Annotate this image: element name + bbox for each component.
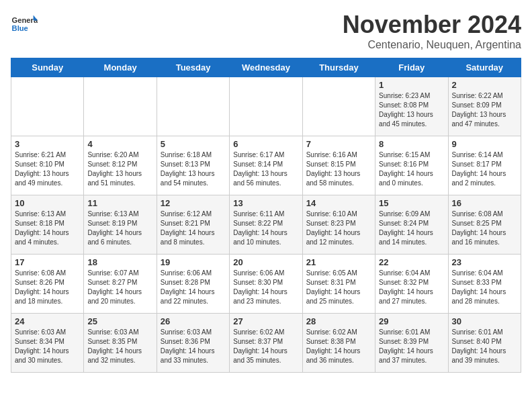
day-number: 7 xyxy=(306,139,371,149)
day-cell: 23Sunrise: 6:04 AM Sunset: 8:33 PM Dayli… xyxy=(448,255,521,314)
day-info: Sunrise: 6:10 AM Sunset: 8:23 PM Dayligh… xyxy=(306,210,371,247)
day-info: Sunrise: 6:05 AM Sunset: 8:31 PM Dayligh… xyxy=(306,269,371,306)
day-cell: 10Sunrise: 6:13 AM Sunset: 8:18 PM Dayli… xyxy=(11,195,84,255)
week-row-3: 10Sunrise: 6:13 AM Sunset: 8:18 PM Dayli… xyxy=(11,195,521,255)
day-cell: 13Sunrise: 6:11 AM Sunset: 8:22 PM Dayli… xyxy=(230,195,302,255)
day-number: 13 xyxy=(233,198,298,208)
day-info: Sunrise: 6:09 AM Sunset: 8:24 PM Dayligh… xyxy=(379,210,444,247)
day-info: Sunrise: 6:18 AM Sunset: 8:13 PM Dayligh… xyxy=(161,150,226,188)
day-cell xyxy=(302,77,375,136)
day-cell: 21Sunrise: 6:05 AM Sunset: 8:31 PM Dayli… xyxy=(302,255,375,314)
day-info: Sunrise: 6:03 AM Sunset: 8:35 PM Dayligh… xyxy=(87,328,152,365)
day-number: 6 xyxy=(233,139,298,149)
day-cell: 30Sunrise: 6:01 AM Sunset: 8:40 PM Dayli… xyxy=(448,314,521,373)
logo: General Blue xyxy=(11,11,38,38)
day-cell xyxy=(84,77,157,136)
day-number: 9 xyxy=(452,139,517,149)
day-cell: 12Sunrise: 6:12 AM Sunset: 8:21 PM Dayli… xyxy=(157,195,229,255)
day-number: 18 xyxy=(87,257,152,267)
day-cell: 6Sunrise: 6:17 AM Sunset: 8:14 PM Daylig… xyxy=(230,136,302,195)
day-cell: 4Sunrise: 6:20 AM Sunset: 8:12 PM Daylig… xyxy=(84,136,157,195)
day-number: 8 xyxy=(379,139,444,149)
day-number: 14 xyxy=(306,198,371,208)
day-cell: 1Sunrise: 6:23 AM Sunset: 8:08 PM Daylig… xyxy=(375,77,448,136)
day-number: 16 xyxy=(452,198,517,208)
day-cell: 28Sunrise: 6:02 AM Sunset: 8:38 PM Dayli… xyxy=(302,314,375,373)
day-cell: 3Sunrise: 6:21 AM Sunset: 8:10 PM Daylig… xyxy=(11,136,84,195)
day-info: Sunrise: 6:21 AM Sunset: 8:10 PM Dayligh… xyxy=(15,150,80,188)
day-info: Sunrise: 6:13 AM Sunset: 8:18 PM Dayligh… xyxy=(15,210,80,247)
title-block: November 2024 Centenario, Neuquen, Argen… xyxy=(343,11,521,51)
day-cell: 24Sunrise: 6:03 AM Sunset: 8:34 PM Dayli… xyxy=(11,314,84,373)
day-info: Sunrise: 6:06 AM Sunset: 8:28 PM Dayligh… xyxy=(161,269,226,306)
week-row-2: 3Sunrise: 6:21 AM Sunset: 8:10 PM Daylig… xyxy=(11,136,521,195)
day-number: 28 xyxy=(306,316,371,326)
day-number: 5 xyxy=(161,139,226,149)
day-info: Sunrise: 6:02 AM Sunset: 8:37 PM Dayligh… xyxy=(233,328,298,365)
day-cell xyxy=(230,77,302,136)
day-number: 29 xyxy=(379,316,444,326)
day-cell: 8Sunrise: 6:15 AM Sunset: 8:16 PM Daylig… xyxy=(375,136,448,195)
day-number: 24 xyxy=(15,316,80,326)
day-info: Sunrise: 6:13 AM Sunset: 8:19 PM Dayligh… xyxy=(87,210,152,247)
day-number: 27 xyxy=(233,316,298,326)
day-cell xyxy=(157,77,229,136)
day-header-friday: Friday xyxy=(375,58,448,77)
day-cell: 14Sunrise: 6:10 AM Sunset: 8:23 PM Dayli… xyxy=(302,195,375,255)
day-header-tuesday: Tuesday xyxy=(157,58,229,77)
day-number: 1 xyxy=(379,80,444,90)
day-cell: 19Sunrise: 6:06 AM Sunset: 8:28 PM Dayli… xyxy=(157,255,229,314)
month-title: November 2024 xyxy=(343,11,521,39)
day-info: Sunrise: 6:03 AM Sunset: 8:36 PM Dayligh… xyxy=(161,328,226,365)
day-info: Sunrise: 6:04 AM Sunset: 8:33 PM Dayligh… xyxy=(452,269,517,306)
day-header-wednesday: Wednesday xyxy=(230,58,302,77)
day-cell: 16Sunrise: 6:08 AM Sunset: 8:25 PM Dayli… xyxy=(448,195,521,255)
day-number: 2 xyxy=(452,80,517,90)
week-row-5: 24Sunrise: 6:03 AM Sunset: 8:34 PM Dayli… xyxy=(11,314,521,373)
day-cell: 2Sunrise: 6:22 AM Sunset: 8:09 PM Daylig… xyxy=(448,77,521,136)
day-cell: 15Sunrise: 6:09 AM Sunset: 8:24 PM Dayli… xyxy=(375,195,448,255)
day-cell: 20Sunrise: 6:06 AM Sunset: 8:30 PM Dayli… xyxy=(230,255,302,314)
day-number: 21 xyxy=(306,257,371,267)
week-row-1: 1Sunrise: 6:23 AM Sunset: 8:08 PM Daylig… xyxy=(11,77,521,136)
week-row-4: 17Sunrise: 6:08 AM Sunset: 8:26 PM Dayli… xyxy=(11,255,521,314)
day-number: 20 xyxy=(233,257,298,267)
day-cell: 26Sunrise: 6:03 AM Sunset: 8:36 PM Dayli… xyxy=(157,314,229,373)
day-info: Sunrise: 6:06 AM Sunset: 8:30 PM Dayligh… xyxy=(233,269,298,306)
days-header-row: SundayMondayTuesdayWednesdayThursdayFrid… xyxy=(11,58,521,77)
day-header-saturday: Saturday xyxy=(448,58,521,77)
day-number: 22 xyxy=(379,257,444,267)
day-number: 26 xyxy=(161,316,226,326)
day-info: Sunrise: 6:03 AM Sunset: 8:34 PM Dayligh… xyxy=(15,328,80,365)
day-info: Sunrise: 6:01 AM Sunset: 8:39 PM Dayligh… xyxy=(379,328,444,365)
day-info: Sunrise: 6:02 AM Sunset: 8:38 PM Dayligh… xyxy=(306,328,371,365)
day-info: Sunrise: 6:15 AM Sunset: 8:16 PM Dayligh… xyxy=(379,150,444,188)
day-cell: 7Sunrise: 6:16 AM Sunset: 8:15 PM Daylig… xyxy=(302,136,375,195)
day-info: Sunrise: 6:23 AM Sunset: 8:08 PM Dayligh… xyxy=(379,91,444,129)
day-info: Sunrise: 6:16 AM Sunset: 8:15 PM Dayligh… xyxy=(306,150,371,188)
day-number: 12 xyxy=(161,198,226,208)
day-info: Sunrise: 6:08 AM Sunset: 8:25 PM Dayligh… xyxy=(452,210,517,247)
day-number: 11 xyxy=(87,198,152,208)
day-info: Sunrise: 6:11 AM Sunset: 8:22 PM Dayligh… xyxy=(233,210,298,247)
day-header-thursday: Thursday xyxy=(302,58,375,77)
day-number: 15 xyxy=(379,198,444,208)
day-info: Sunrise: 6:17 AM Sunset: 8:14 PM Dayligh… xyxy=(233,150,298,188)
day-cell: 22Sunrise: 6:04 AM Sunset: 8:32 PM Dayli… xyxy=(375,255,448,314)
day-cell: 17Sunrise: 6:08 AM Sunset: 8:26 PM Dayli… xyxy=(11,255,84,314)
day-cell: 11Sunrise: 6:13 AM Sunset: 8:19 PM Dayli… xyxy=(84,195,157,255)
day-cell: 18Sunrise: 6:07 AM Sunset: 8:27 PM Dayli… xyxy=(84,255,157,314)
day-info: Sunrise: 6:07 AM Sunset: 8:27 PM Dayligh… xyxy=(87,269,152,306)
day-cell: 29Sunrise: 6:01 AM Sunset: 8:39 PM Dayli… xyxy=(375,314,448,373)
day-cell: 9Sunrise: 6:14 AM Sunset: 8:17 PM Daylig… xyxy=(448,136,521,195)
day-info: Sunrise: 6:22 AM Sunset: 8:09 PM Dayligh… xyxy=(452,91,517,129)
day-info: Sunrise: 6:14 AM Sunset: 8:17 PM Dayligh… xyxy=(452,150,517,188)
day-number: 4 xyxy=(87,139,152,149)
day-cell: 25Sunrise: 6:03 AM Sunset: 8:35 PM Dayli… xyxy=(84,314,157,373)
day-info: Sunrise: 6:08 AM Sunset: 8:26 PM Dayligh… xyxy=(15,269,80,306)
calendar-table: SundayMondayTuesdayWednesdayThursdayFrid… xyxy=(11,58,521,373)
day-info: Sunrise: 6:04 AM Sunset: 8:32 PM Dayligh… xyxy=(379,269,444,306)
day-info: Sunrise: 6:20 AM Sunset: 8:12 PM Dayligh… xyxy=(87,150,152,188)
day-info: Sunrise: 6:01 AM Sunset: 8:40 PM Dayligh… xyxy=(452,328,517,365)
day-info: Sunrise: 6:12 AM Sunset: 8:21 PM Dayligh… xyxy=(161,210,226,247)
